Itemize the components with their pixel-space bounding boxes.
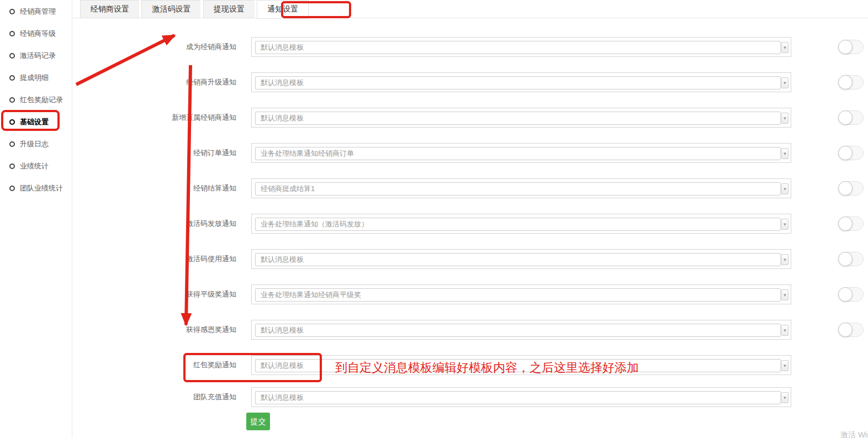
sidebar-item-1[interactable]: 经销商等级 — [0, 23, 72, 45]
circle-bullet-icon — [9, 163, 15, 169]
toggle-switch[interactable] — [838, 323, 864, 337]
select-value: 默认消息模板 — [255, 112, 781, 125]
toggle-knob — [838, 287, 853, 302]
chevron-down-icon[interactable]: ▼ — [781, 113, 788, 124]
tab-1[interactable]: 激活码设置 — [141, 0, 200, 18]
sidebar-item-label: 经销商等级 — [20, 29, 56, 39]
tab-0[interactable]: 经销商设置 — [80, 0, 139, 18]
toggle-knob — [838, 146, 853, 160]
template-select[interactable]: 业务处理结果通知经销商订单 ▼ — [251, 143, 791, 163]
select-value: 默认消息模板 — [255, 76, 781, 89]
circle-bullet-icon — [9, 119, 15, 125]
chevron-down-icon[interactable]: ▼ — [781, 254, 788, 265]
toggle-switch[interactable] — [838, 217, 864, 231]
tab-3[interactable]: 通知设置 — [257, 0, 309, 19]
sidebar-item-0[interactable]: 经销商管理 — [0, 1, 72, 23]
circle-bullet-icon — [9, 75, 15, 81]
form-row: 团队充值通知 默认消息模板 ▼ — [73, 387, 868, 407]
template-select[interactable]: 默认消息模板 ▼ — [251, 320, 791, 340]
form-row: 经销结算通知 经销商提成结算1 ▼ — [73, 178, 868, 198]
select-value: 默认消息模板 — [255, 324, 781, 337]
tab-2[interactable]: 提现设置 — [203, 0, 255, 18]
chevron-down-icon[interactable]: ▼ — [781, 42, 788, 53]
select-value: 业务处理结果通知经销商平级奖 — [255, 288, 781, 302]
circle-bullet-icon — [9, 53, 15, 59]
chevron-down-icon[interactable]: ▼ — [781, 360, 788, 371]
template-select[interactable]: 业务处理结果通知（激活码发放） ▼ — [251, 214, 791, 234]
toggle-knob — [838, 217, 853, 231]
field-label: 激活码发放通知 — [73, 214, 236, 234]
toggle-switch[interactable] — [838, 252, 864, 266]
chevron-down-icon[interactable]: ▼ — [781, 325, 788, 336]
sidebar-item-5[interactable]: 基础设置 — [0, 111, 72, 133]
submit-button[interactable]: 提交 — [246, 413, 270, 430]
select-value: 经销商提成结算1 — [255, 182, 781, 196]
select-value: 默认消息模板 — [255, 391, 781, 404]
select-value: 业务处理结果通知（激活码发放） — [255, 218, 781, 231]
template-select[interactable]: 业务处理结果通知经销商平级奖 ▼ — [251, 284, 791, 304]
select-value: 业务处理结果通知经销商订单 — [255, 147, 781, 160]
circle-bullet-icon — [9, 186, 15, 191]
template-select[interactable]: 默认消息模板 ▼ — [251, 37, 791, 57]
template-select[interactable]: 默认消息模板 ▼ — [251, 72, 791, 92]
main-content: 经销商设置 激活码设置 提现设置 通知设置 成为经销商通知 默认消息模板 ▼ 经… — [73, 0, 868, 438]
sidebar-item-label: 激活码记录 — [20, 51, 56, 61]
form-row: 激活码发放通知 业务处理结果通知（激活码发放） ▼ — [73, 214, 868, 234]
template-select[interactable]: 默认消息模板 ▼ — [251, 108, 791, 128]
form-row: 新增直属经销商通知 默认消息模板 ▼ — [73, 108, 868, 128]
sidebar-item-label: 提成明细 — [20, 73, 49, 83]
template-select[interactable]: 经销商提成结算1 ▼ — [251, 178, 791, 198]
toggle-knob — [838, 323, 853, 337]
sidebar-item-4[interactable]: 红包奖励记录 — [0, 89, 72, 111]
sidebar-item-label: 升级日志 — [20, 139, 49, 149]
field-label: 经销订单通知 — [73, 143, 236, 163]
toggle-switch[interactable] — [838, 146, 864, 160]
sidebar-item-3[interactable]: 提成明细 — [0, 67, 72, 89]
chevron-down-icon[interactable]: ▼ — [781, 148, 788, 159]
sidebar-item-label: 业绩统计 — [20, 161, 49, 171]
toggle-switch[interactable] — [838, 40, 864, 54]
page: 经销商管理 经销商等级 激活码记录 提成明细 红包奖励记录 基础设置 升级日志 — [0, 0, 868, 438]
sidebar-item-label: 经销商管理 — [20, 7, 56, 17]
field-label: 获得感恩奖通知 — [73, 320, 236, 340]
sidebar-item-2[interactable]: 激活码记录 — [0, 45, 72, 67]
chevron-down-icon[interactable]: ▼ — [781, 219, 788, 230]
form-row: 经销订单通知 业务处理结果通知经销商订单 ▼ — [73, 143, 868, 163]
toggle-switch[interactable] — [838, 287, 864, 302]
tab-bar: 经销商设置 激活码设置 提现设置 通知设置 — [73, 0, 868, 18]
field-label: 红包奖励通知 — [73, 355, 236, 375]
field-label: 获得平级奖通知 — [73, 284, 236, 304]
circle-bullet-icon — [9, 31, 15, 36]
toggle-knob — [838, 40, 853, 54]
toggle-switch[interactable] — [838, 75, 864, 89]
template-select[interactable]: 默认消息模板 ▼ — [251, 355, 791, 375]
form-row: 成为经销商通知 默认消息模板 ▼ — [73, 37, 868, 57]
chevron-down-icon[interactable]: ▼ — [781, 392, 788, 403]
form-row: 获得平级奖通知 业务处理结果通知经销商平级奖 ▼ — [73, 284, 868, 304]
field-label: 团队充值通知 — [73, 387, 236, 407]
sidebar-item-8[interactable]: 团队业绩统计 — [0, 177, 72, 199]
toggle-switch[interactable] — [838, 110, 864, 125]
select-value: 默认消息模板 — [255, 359, 781, 372]
sidebar-item-label: 团队业绩统计 — [20, 183, 63, 193]
circle-bullet-icon — [9, 9, 15, 14]
form-row: 经销商升级通知 默认消息模板 ▼ — [73, 72, 868, 92]
chevron-down-icon[interactable]: ▼ — [781, 183, 788, 194]
field-label: 经销商升级通知 — [73, 72, 236, 92]
field-label: 新增直属经销商通知 — [73, 108, 236, 128]
chevron-down-icon[interactable]: ▼ — [781, 289, 788, 300]
template-select[interactable]: 默认消息模板 ▼ — [251, 387, 791, 407]
chevron-down-icon[interactable]: ▼ — [781, 77, 788, 88]
sidebar-item-7[interactable]: 业绩统计 — [0, 155, 72, 177]
form-row: 红包奖励通知 默认消息模板 ▼ — [73, 355, 868, 375]
field-label: 经销结算通知 — [73, 178, 236, 198]
circle-bullet-icon — [9, 97, 15, 103]
circle-bullet-icon — [9, 141, 15, 147]
sidebar-item-label: 基础设置 — [20, 117, 49, 127]
toggle-switch[interactable] — [838, 181, 864, 196]
sidebar: 经销商管理 经销商等级 激活码记录 提成明细 红包奖励记录 基础设置 升级日志 — [0, 0, 72, 438]
template-select[interactable]: 默认消息模板 ▼ — [251, 249, 791, 269]
sidebar-item-6[interactable]: 升级日志 — [0, 133, 72, 155]
form-row: 激活码使用通知 默认消息模板 ▼ — [73, 249, 868, 269]
toggle-knob — [838, 110, 853, 125]
